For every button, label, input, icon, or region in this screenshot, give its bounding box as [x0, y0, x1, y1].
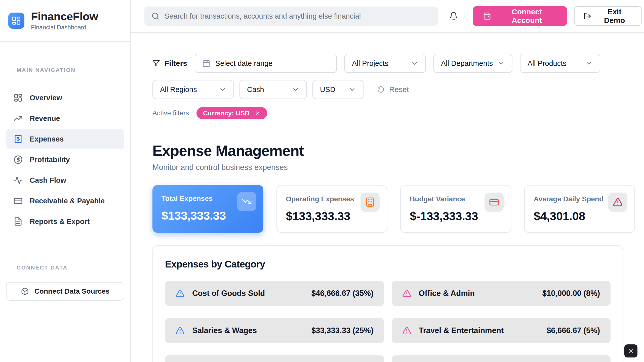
- search-bar[interactable]: [144, 7, 438, 26]
- category-name: Travel & Entertainment: [419, 326, 504, 335]
- page-content: Filters Select date range All Projects A…: [131, 33, 644, 362]
- activity-icon: [14, 176, 23, 185]
- category-row-travel-entertainment: Travel & Entertainment $6,666.67 (5%): [392, 318, 611, 343]
- category-value: $33,333.33 (25%): [311, 326, 373, 335]
- chevron-down-icon: [585, 60, 593, 67]
- connect-account-label: Connect Account: [497, 8, 557, 25]
- sidebar-item-profitability[interactable]: Profitability: [6, 149, 124, 170]
- credit-card-icon: [489, 197, 499, 207]
- reset-filters-button[interactable]: Reset: [377, 85, 409, 94]
- stat-card-average-daily-spend: Average Daily Spend $4,301.08: [524, 185, 635, 233]
- page-subtitle: Monitor and control business expenses: [152, 163, 635, 172]
- chevron-down-icon: [411, 60, 418, 67]
- sidebar-item-reports-export[interactable]: Reports & Export: [6, 211, 124, 232]
- sidebar-item-receivable-payable[interactable]: Receivable & Payable: [6, 191, 124, 211]
- expenses-by-category-card: Expenses by Category Cost of Goods Sold …: [152, 245, 623, 362]
- dashboard-grid-icon: [12, 16, 21, 25]
- alert-triangle-icon: [176, 289, 185, 298]
- category-value: $46,666.67 (35%): [311, 289, 373, 298]
- section-divider: [152, 131, 635, 131]
- sidebar-item-cash-flow[interactable]: Cash Flow: [6, 170, 124, 191]
- connect-account-button[interactable]: Connect Account: [473, 6, 567, 26]
- currency-select-value: USD: [320, 85, 335, 94]
- filters-row-1: Filters Select date range All Projects A…: [152, 54, 635, 73]
- category-section-title: Expenses by Category: [165, 259, 611, 270]
- log-out-icon: [584, 12, 591, 20]
- category-row-marketing: Marketing $20,000.00 (15%): [165, 355, 384, 362]
- chevron-down-icon: [292, 86, 299, 93]
- exit-demo-label: Exit Demo: [596, 8, 632, 25]
- trending-down-icon: [242, 197, 252, 207]
- filters-label-text: Filters: [165, 59, 187, 68]
- alert-triangle-icon: [613, 197, 623, 207]
- stat-card-budget-variance: Budget Variance $-133,333.33: [400, 185, 511, 233]
- connect-data-sources-button[interactable]: Connect Data Sources: [6, 282, 124, 301]
- departments-select[interactable]: All Departments: [433, 54, 512, 73]
- close-button[interactable]: [624, 344, 637, 357]
- x-icon: [255, 110, 261, 116]
- alert-triangle-icon: [402, 326, 411, 335]
- sidebar-item-label: Cash Flow: [30, 176, 66, 185]
- rotate-ccw-icon: [377, 86, 385, 93]
- connect-data-sources-label: Connect Data Sources: [34, 287, 110, 295]
- bell-icon: [449, 12, 458, 21]
- products-select-value: All Products: [528, 59, 567, 68]
- file-text-icon: [14, 217, 23, 226]
- dashboard-icon: [14, 93, 23, 102]
- currency-select[interactable]: USD: [312, 80, 364, 99]
- brand: FinanceFlow Financial Dashboard: [0, 0, 130, 42]
- chevron-down-icon: [348, 86, 356, 93]
- stat-cards-row: Total Expenses $133,333.33 Operating Exp…: [152, 185, 635, 233]
- stat-card-operating-expenses: Operating Expenses $133,333.33: [276, 185, 387, 233]
- products-select[interactable]: All Products: [520, 54, 600, 73]
- stat-icon-badge: [485, 193, 504, 212]
- wallet-icon: [483, 12, 491, 20]
- filters-row-2: All Regions Cash USD Reset: [152, 80, 635, 99]
- search-icon: [151, 12, 159, 20]
- departments-select-value: All Departments: [441, 59, 493, 68]
- category-row-office-admin: Office & Admin $10,000.00 (8%): [392, 281, 611, 306]
- credit-card-icon: [14, 196, 23, 205]
- stat-card-total-expenses: Total Expenses $133,333.33: [152, 185, 263, 233]
- sidebar-item-label: Overview: [30, 94, 62, 102]
- reset-label: Reset: [389, 85, 409, 94]
- sidebar-item-overview[interactable]: Overview: [6, 87, 124, 108]
- sidebar-item-label: Receivable & Payable: [30, 197, 105, 205]
- payment-type-select[interactable]: Cash: [239, 80, 307, 99]
- sidebar-item-expenses[interactable]: Expenses: [6, 129, 124, 149]
- projects-select[interactable]: All Projects: [344, 54, 426, 73]
- sidebar-item-label: Reports & Export: [30, 217, 90, 226]
- sidebar-item-label: Expenses: [30, 135, 64, 143]
- app-title: FinanceFlow: [31, 10, 98, 23]
- category-row-cost-of-goods-sold: Cost of Goods Sold $46,666.67 (35%): [165, 281, 384, 306]
- receipt-icon: [14, 134, 23, 144]
- package-icon: [21, 287, 29, 295]
- regions-select[interactable]: All Regions: [152, 80, 234, 99]
- chevron-down-icon: [497, 60, 505, 67]
- chevron-down-icon: [219, 86, 226, 93]
- projects-select-value: All Projects: [352, 59, 388, 68]
- date-range-input[interactable]: Select date range: [195, 54, 337, 73]
- main-navigation: MAIN NAVIGATION Overview Revenue Expense…: [0, 42, 130, 232]
- category-name: Salaries & Wages: [192, 326, 257, 335]
- app-tagline: Financial Dashboard: [31, 24, 98, 31]
- sidebar-item-revenue[interactable]: Revenue: [6, 108, 124, 129]
- app-root: FinanceFlow Financial Dashboard MAIN NAV…: [0, 0, 644, 362]
- active-filter-chip[interactable]: Currency: USD: [196, 107, 267, 119]
- search-input[interactable]: [165, 12, 431, 20]
- exit-demo-button[interactable]: Exit Demo: [574, 6, 642, 26]
- remove-filter-button[interactable]: [255, 110, 261, 116]
- alert-triangle-icon: [176, 326, 185, 335]
- stat-icon-badge: [608, 193, 627, 212]
- active-filter-chip-text: Currency: USD: [203, 109, 250, 117]
- building-icon: [365, 197, 375, 207]
- sidebar: FinanceFlow Financial Dashboard MAIN NAV…: [0, 0, 131, 362]
- sidebar-item-label: Profitability: [30, 156, 70, 164]
- category-name: Cost of Goods Sold: [192, 289, 265, 298]
- connect-data-section: CONNECT DATA Connect Data Sources: [0, 264, 130, 301]
- regions-select-value: All Regions: [160, 85, 197, 94]
- notifications-button[interactable]: [447, 9, 461, 23]
- filters-label: Filters: [152, 59, 187, 68]
- app-logo: [8, 13, 24, 29]
- connect-data-heading: CONNECT DATA: [6, 264, 124, 271]
